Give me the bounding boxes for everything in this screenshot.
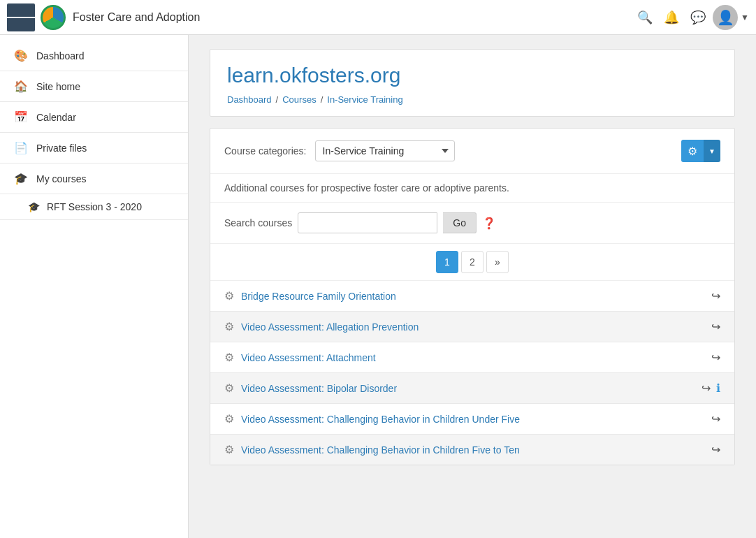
calendar-icon: 📅 xyxy=(14,110,28,124)
rft-icon: 🎓 xyxy=(28,201,40,212)
course-name-3[interactable]: Video Assessment: Attachment xyxy=(241,352,706,363)
dashboard-icon: 🎨 xyxy=(14,49,28,62)
breadcrumb-in-service[interactable]: In-Service Training xyxy=(327,94,402,105)
breadcrumb-courses[interactable]: Courses xyxy=(282,94,316,105)
enroll-icon-6[interactable]: ↪ xyxy=(711,443,720,456)
page-header: learn.okfosters.org Dashboard / Courses … xyxy=(210,49,735,117)
sidebar-item-rft-session[interactable]: 🎓 RFT Session 3 - 2020 xyxy=(0,194,188,220)
sidebar: 🎨 Dashboard 🏠 Site home 📅 Calendar 📄 Pri… xyxy=(0,35,189,538)
breadcrumb-dashboard[interactable]: Dashboard xyxy=(227,94,272,105)
content-card: Course categories: In-Service Training P… xyxy=(210,128,735,465)
sidebar-item-site-home[interactable]: 🏠 Site home xyxy=(0,71,188,102)
file-icon: 📄 xyxy=(14,141,28,154)
search-icon[interactable]: 🔍 xyxy=(637,10,653,25)
search-row: Search courses Go ❓ xyxy=(210,202,734,243)
course-icon-4: ⚙ xyxy=(224,381,234,395)
category-select[interactable]: In-Service Training Pre-Service Training… xyxy=(315,140,455,161)
enroll-icon-2[interactable]: ↪ xyxy=(711,320,720,333)
enroll-icon-3[interactable]: ↪ xyxy=(711,351,720,364)
breadcrumb-sep-1: / xyxy=(276,94,279,105)
enroll-icon-4[interactable]: ↪ xyxy=(702,381,711,395)
search-button[interactable]: Go xyxy=(443,212,477,233)
help-icon[interactable]: ❓ xyxy=(482,217,496,230)
course-row-3[interactable]: ⚙ Video Assessment: Attachment ↪ xyxy=(210,342,734,373)
page-next-button[interactable]: » xyxy=(486,251,509,273)
sidebar-private-files-label: Private files xyxy=(36,143,87,154)
course-name-5[interactable]: Video Assessment: Challenging Behavior i… xyxy=(241,414,706,425)
sidebar-item-dashboard[interactable]: 🎨 Dashboard xyxy=(0,41,188,71)
sidebar-calendar-label: Calendar xyxy=(36,112,76,123)
search-label: Search courses xyxy=(224,217,292,228)
course-name-1[interactable]: Bridge Resource Family Orientation xyxy=(241,291,706,302)
courses-icon: 🎓 xyxy=(14,172,28,185)
site-title: Foster Care and Adoption xyxy=(73,11,637,24)
course-icon-1: ⚙ xyxy=(224,289,234,303)
course-icon-5: ⚙ xyxy=(224,412,234,426)
page-title: learn.okfosters.org xyxy=(227,64,718,87)
course-name-4[interactable]: Video Assessment: Bipolar Disorder xyxy=(241,383,696,394)
course-row-1[interactable]: ⚙ Bridge Resource Family Orientation ↪ xyxy=(210,281,734,312)
search-input[interactable] xyxy=(298,212,437,233)
user-avatar[interactable]: 👤 xyxy=(713,5,738,30)
course-row-4[interactable]: ⚙ Video Assessment: Bipolar Disorder ↪ ℹ xyxy=(210,373,734,404)
main-content: learn.okfosters.org Dashboard / Courses … xyxy=(189,35,756,538)
sidebar-my-courses-label: My courses xyxy=(36,173,87,184)
app-header: Foster Care and Adoption 🔍 🔔 💬 👤 ▼ xyxy=(0,0,756,35)
page-2-button[interactable]: 2 xyxy=(461,251,484,273)
pagination: 1 2 » xyxy=(210,243,734,280)
course-list: ⚙ Bridge Resource Family Orientation ↪ ⚙… xyxy=(210,280,734,465)
user-dropdown-arrow[interactable]: ▼ xyxy=(741,13,749,22)
enroll-icon-1[interactable]: ↪ xyxy=(711,289,720,303)
course-name-6[interactable]: Video Assessment: Challenging Behavior i… xyxy=(241,444,706,456)
description-text: Additional courses for prospective foste… xyxy=(224,182,509,194)
sidebar-rft-label: RFT Session 3 - 2020 xyxy=(47,201,142,212)
course-icon-2: ⚙ xyxy=(224,320,234,333)
sidebar-dashboard-label: Dashboard xyxy=(36,50,85,61)
enroll-icon-5[interactable]: ↪ xyxy=(711,412,720,426)
site-logo xyxy=(41,5,66,30)
course-filter-row: Course categories: In-Service Training P… xyxy=(210,129,734,173)
notifications-icon[interactable]: 🔔 xyxy=(664,10,679,25)
course-icon-6: ⚙ xyxy=(224,443,234,456)
filter-left: Course categories: In-Service Training P… xyxy=(224,140,455,161)
breadcrumb-sep-2: / xyxy=(321,94,324,105)
header-icons: 🔍 🔔 💬 xyxy=(637,10,706,25)
description-box: Additional courses for prospective foste… xyxy=(210,173,734,202)
course-row-2[interactable]: ⚙ Video Assessment: Allegation Preventio… xyxy=(210,312,734,342)
gear-button-group: ⚙ ▼ xyxy=(681,140,720,162)
breadcrumb: Dashboard / Courses / In-Service Trainin… xyxy=(227,94,718,105)
page-layout: 🎨 Dashboard 🏠 Site home 📅 Calendar 📄 Pri… xyxy=(0,35,756,538)
sidebar-item-calendar[interactable]: 📅 Calendar xyxy=(0,102,188,133)
sidebar-site-home-label: Site home xyxy=(36,81,80,92)
course-row-5[interactable]: ⚙ Video Assessment: Challenging Behavior… xyxy=(210,404,734,435)
avatar-icon: 👤 xyxy=(717,9,734,26)
info-icon-4[interactable]: ℹ xyxy=(716,381,720,395)
gear-settings-button[interactable]: ⚙ xyxy=(681,140,704,162)
sidebar-item-private-files[interactable]: 📄 Private files xyxy=(0,133,188,163)
gear-dropdown-button[interactable]: ▼ xyxy=(704,140,720,162)
menu-button[interactable] xyxy=(7,3,35,31)
page-1-button[interactable]: 1 xyxy=(436,251,458,273)
sidebar-item-my-courses[interactable]: 🎓 My courses xyxy=(0,163,188,194)
filter-label: Course categories: xyxy=(224,145,307,157)
course-icon-3: ⚙ xyxy=(224,351,234,364)
messages-icon[interactable]: 💬 xyxy=(690,10,706,25)
course-row-6[interactable]: ⚙ Video Assessment: Challenging Behavior… xyxy=(210,435,734,465)
home-icon: 🏠 xyxy=(14,80,28,93)
course-name-2[interactable]: Video Assessment: Allegation Prevention xyxy=(241,321,706,333)
